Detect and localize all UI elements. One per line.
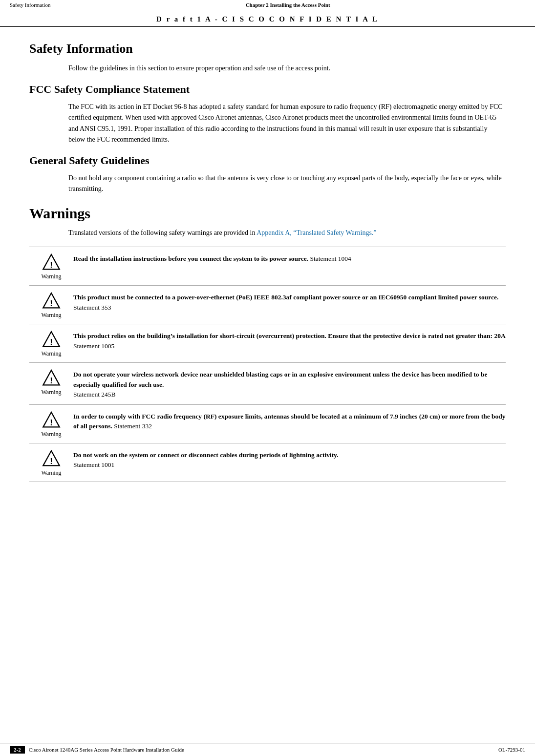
warning-icon: !: [42, 330, 61, 349]
warning-left-3: !Warning: [29, 368, 73, 396]
warning-bold-text: This product must be connected to a powe…: [73, 294, 498, 301]
svg-text:!: !: [50, 457, 53, 466]
safety-intro-paragraph: Follow the guidelines in this section to…: [68, 63, 506, 73]
warning-row: !WarningThis product relies on the build…: [29, 324, 506, 362]
warning-row: !WarningDo not operate your wireless net…: [29, 362, 506, 404]
warning-label: Warning: [41, 273, 61, 280]
bottom-footer: 2-2 Cisco Aironet 1240AG Series Access P…: [0, 743, 535, 756]
svg-text:!: !: [50, 260, 53, 270]
warning-left-4: !Warning: [29, 410, 73, 438]
warning-label: Warning: [41, 389, 61, 396]
warnings-container: !WarningRead the installation instructio…: [29, 247, 506, 482]
warning-normal-text: Statement 245B: [73, 391, 116, 398]
main-content: Safety Information Follow the guidelines…: [0, 27, 535, 502]
svg-text:!: !: [50, 376, 53, 385]
warning-icon: !: [42, 411, 61, 429]
fcc-body: The FCC with its action in ET Docket 96-…: [68, 102, 506, 146]
warning-bold-text: Do not work on the system or connect or …: [73, 451, 339, 459]
warnings-appendix-link[interactable]: Appendix A, “Translated Safety Warnings.…: [257, 229, 376, 236]
warning-bold-text: Do not operate your wireless network dev…: [73, 371, 487, 388]
svg-text:!: !: [50, 299, 53, 308]
top-header: Safety Information Chapter 2 Installing …: [0, 0, 535, 10]
warning-row: !WarningDo not work on the system or con…: [29, 443, 506, 482]
warning-row: !WarningIn order to comply with FCC radi…: [29, 404, 506, 443]
warning-label: Warning: [41, 350, 61, 357]
warning-left-0: !Warning: [29, 252, 73, 280]
footer-page-number: 2-2: [10, 746, 25, 754]
warning-bold-text: Read the installation instructions befor…: [73, 255, 308, 262]
draft-banner: D r a f t 1 A - C I S C O C O N F I D E …: [0, 10, 535, 27]
warning-icon: !: [42, 369, 61, 387]
warning-left-5: !Warning: [29, 448, 73, 477]
warning-text: This product must be connected to a powe…: [73, 291, 506, 313]
footer-left: 2-2 Cisco Aironet 1240AG Series Access P…: [10, 746, 184, 754]
warning-normal-text: Statement 353: [73, 304, 111, 311]
warning-normal-text: Statement 1005: [73, 342, 114, 350]
warning-row: !WarningRead the installation instructio…: [29, 247, 506, 285]
warnings-title: Warnings: [29, 205, 506, 222]
warning-label: Warning: [41, 469, 61, 477]
general-safety-body: Do not hold any component containing a r…: [68, 173, 506, 195]
warning-label: Warning: [41, 431, 61, 438]
warning-bold-text: This product relies on the building’s in…: [73, 332, 506, 339]
fcc-section-title: FCC Safety Compliance Statement: [29, 83, 506, 96]
footer-left-text: Cisco Aironet 1240AG Series Access Point…: [29, 747, 184, 753]
warning-label: Warning: [41, 312, 61, 319]
general-safety-title: General Safety Guidelines: [29, 154, 506, 167]
warning-icon: !: [42, 253, 61, 272]
warnings-intro-text: Translated versions of the following saf…: [68, 229, 257, 236]
footer-right-text: OL-7293-01: [498, 747, 525, 753]
header-center: Chapter 2 Installing the Access Point: [246, 2, 330, 8]
header-left: Safety Information: [10, 2, 50, 8]
warning-normal-text: Statement 332: [112, 422, 152, 430]
warnings-intro: Translated versions of the following saf…: [68, 228, 506, 238]
warning-text: Do not work on the system or connect or …: [73, 448, 506, 470]
warning-left-1: !Warning: [29, 291, 73, 319]
warning-text: This product relies on the building’s in…: [73, 329, 506, 351]
warning-left-2: !Warning: [29, 329, 73, 357]
svg-text:!: !: [50, 337, 53, 347]
warning-text: Do not operate your wireless network dev…: [73, 368, 506, 399]
warning-normal-text: Statement 1004: [308, 255, 351, 262]
warning-icon: !: [42, 292, 61, 310]
warning-text: In order to comply with FCC radio freque…: [73, 410, 506, 432]
warning-row: !WarningThis product must be connected t…: [29, 285, 506, 324]
warning-normal-text: Statement 1001: [73, 461, 114, 468]
svg-text:!: !: [50, 418, 53, 427]
warning-icon: !: [42, 449, 61, 468]
safety-information-title: Safety Information: [29, 42, 506, 56]
warning-text: Read the installation instructions befor…: [73, 252, 506, 264]
